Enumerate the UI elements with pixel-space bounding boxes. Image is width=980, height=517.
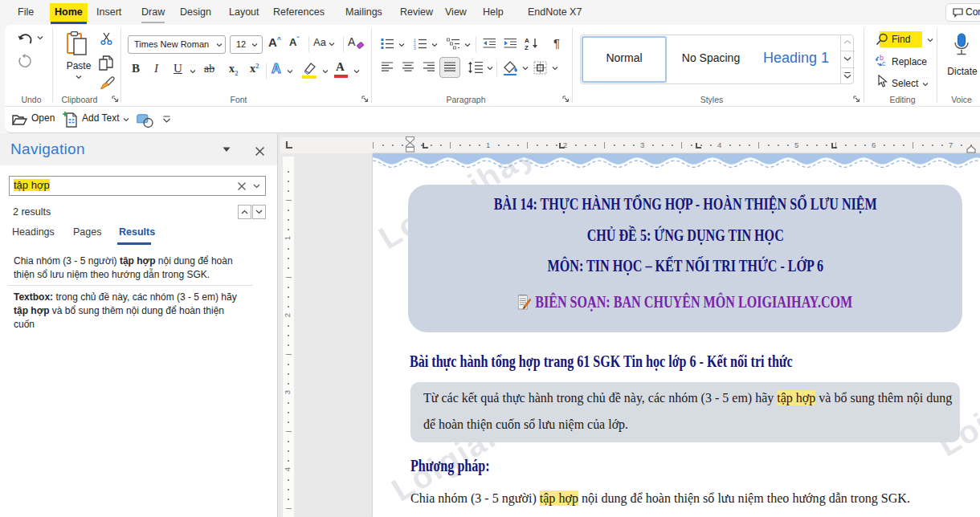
svg-text:A: A	[525, 37, 529, 44]
svg-text:c: c	[882, 59, 886, 67]
svg-text:3: 3	[414, 46, 416, 51]
svg-text:Z: Z	[525, 44, 529, 50]
